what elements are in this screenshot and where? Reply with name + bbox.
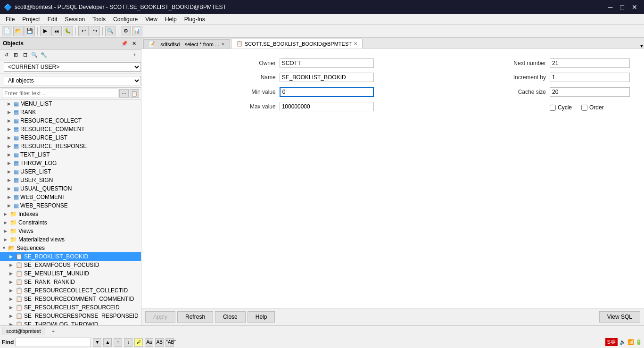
find-down-button[interactable]: ↓ bbox=[124, 338, 132, 347]
all-objects-dropdown[interactable]: All objects bbox=[4, 76, 141, 85]
tree-item-se-resourcecomment[interactable]: ▶ 📋 SE_RESOURCECOMMENT_COMMENTID bbox=[0, 295, 141, 303]
tree-item-se-resourceresponse[interactable]: ▶ 📋 SE_RESOURCERESPONSE_RESPONSEID bbox=[0, 312, 141, 320]
folder-icon: 📁 bbox=[10, 228, 17, 234]
tree-item-web-comment[interactable]: ▶ ▦ WEB_COMMENT bbox=[0, 193, 141, 201]
tree-item-se-rank[interactable]: ▶ 📋 SE_RANK_RANKID bbox=[0, 278, 141, 286]
menu-edit[interactable]: Edit bbox=[44, 15, 61, 24]
tree-arrow: ▶ bbox=[8, 186, 12, 191]
tab-sequence-close[interactable]: ✕ bbox=[354, 41, 357, 46]
menu-help[interactable]: Help bbox=[161, 15, 181, 24]
order-checkbox[interactable] bbox=[581, 105, 587, 111]
tree-item-materialized-views[interactable]: ▶ 📁 Materialized views bbox=[0, 235, 141, 244]
new-button[interactable]: 📄 bbox=[2, 26, 12, 36]
tools-btn1[interactable]: ⚙ bbox=[121, 26, 131, 36]
tree-item-se-resourcecollect[interactable]: ▶ 📋 SE_RESOURCECOLLECT_COLLECTID bbox=[0, 286, 141, 295]
current-user-dropdown[interactable]: <CURRENT USER> bbox=[4, 62, 141, 72]
menu-configure[interactable]: Configure bbox=[109, 15, 141, 24]
tab-overflow-button[interactable]: ▼ bbox=[639, 43, 644, 49]
tree-item-user-sign[interactable]: ▶ ▦ USER_SIGN bbox=[0, 176, 141, 184]
tree-item-se-booklist-bookid[interactable]: ▶ 📋 SE_BOOKLIST_BOOKID bbox=[0, 252, 141, 261]
filter-tree-button[interactable]: 🔧 bbox=[40, 50, 48, 59]
find-up-button[interactable]: ↑ bbox=[114, 338, 122, 347]
min-value-input[interactable] bbox=[280, 87, 374, 97]
find-highlight-button[interactable]: 🖊 bbox=[134, 338, 143, 347]
cycle-checkbox[interactable] bbox=[550, 105, 556, 111]
view-sql-button[interactable]: View SQL bbox=[599, 311, 640, 323]
new-item-button[interactable]: + bbox=[131, 50, 139, 59]
menu-project[interactable]: Project bbox=[18, 15, 43, 24]
tree-item-throw-log[interactable]: ▶ ▦ THROW_LOG bbox=[0, 159, 141, 167]
refresh-button[interactable]: Refresh bbox=[177, 311, 213, 323]
filter-input[interactable] bbox=[2, 89, 118, 98]
open-button[interactable]: 📂 bbox=[13, 26, 24, 36]
tree-item-indexes[interactable]: ▶ 📁 Indexes bbox=[0, 210, 141, 218]
menu-tools[interactable]: Tools bbox=[89, 15, 109, 24]
cache-size-input[interactable] bbox=[550, 87, 630, 97]
tree-item-se-menulist[interactable]: ▶ 📋 SE_MENULIST_MUNUID bbox=[0, 269, 141, 278]
help-button[interactable]: Help bbox=[248, 311, 275, 323]
filter-dots-button[interactable]: ··· bbox=[119, 89, 129, 98]
tree-container[interactable]: ▶ ▦ MENU_LIST ▶ ▦ RANK ▶ ▦ RESOURCE_COLL… bbox=[0, 99, 141, 325]
tree-arrow: ▶ bbox=[9, 288, 14, 293]
owner-input[interactable] bbox=[280, 58, 374, 68]
find-input[interactable] bbox=[16, 338, 91, 347]
step-button[interactable]: ⏭ bbox=[51, 26, 62, 36]
tree-item-resource-comment[interactable]: ▶ ▦ RESOURCE_COMMENT bbox=[0, 125, 141, 133]
tree-item-resource-list[interactable]: ▶ ▦ RESOURCE_LIST bbox=[0, 133, 141, 142]
save-button[interactable]: 💾 bbox=[25, 26, 35, 36]
refresh-tree-button[interactable]: ↺ bbox=[2, 50, 10, 59]
max-value-input[interactable] bbox=[280, 102, 374, 111]
tree-item-constraints[interactable]: ▶ 📁 Constraints bbox=[0, 218, 141, 227]
close-window-button[interactable]: ✕ bbox=[629, 2, 640, 12]
redo-button[interactable]: ↪ bbox=[90, 26, 100, 36]
tree-item-text-list[interactable]: ▶ ▦ TEXT_LIST bbox=[0, 150, 141, 159]
next-number-input[interactable] bbox=[550, 58, 630, 68]
filter-new-button[interactable]: 📋 bbox=[130, 89, 139, 98]
panel-close-button[interactable]: ✕ bbox=[130, 39, 138, 48]
search-tree-button[interactable]: 🔍 bbox=[30, 50, 39, 59]
menu-view[interactable]: View bbox=[141, 15, 161, 24]
tab-sequence[interactable]: 📋 SCOTT.SE_BOOKLIST_BOOKID@BPMTEST ✕ bbox=[231, 39, 363, 49]
find-match-case-button[interactable]: Aa bbox=[145, 338, 153, 347]
sql-tab-icon: 📝 bbox=[149, 41, 155, 47]
tab-sql[interactable]: 📝 --sdfsdfsd-- select * from ... ✕ bbox=[143, 39, 230, 49]
tree-item-usual-question[interactable]: ▶ ▦ USUAL_QUESTION bbox=[0, 184, 141, 193]
close-button[interactable]: Close bbox=[215, 311, 246, 323]
maximize-button[interactable]: □ bbox=[618, 2, 627, 12]
find-prev-button[interactable]: ▼ bbox=[93, 338, 101, 347]
menu-file[interactable]: File bbox=[2, 15, 18, 24]
minimize-button[interactable]: ─ bbox=[605, 2, 616, 12]
menu-plugins[interactable]: Plug-Ins bbox=[181, 15, 209, 24]
find-button[interactable]: 🔍 bbox=[105, 26, 116, 36]
tree-item-rank[interactable]: ▶ ▦ RANK bbox=[0, 108, 141, 116]
expand-all-button[interactable]: ⊞ bbox=[11, 50, 20, 59]
tab-sql-close[interactable]: ✕ bbox=[221, 41, 225, 47]
menu-session[interactable]: Session bbox=[61, 15, 89, 24]
apply-button[interactable]: Apply bbox=[145, 311, 175, 323]
tree-item-se-examfocus[interactable]: ▶ 📋 SE_EXAMFOCUS_FOCUSID bbox=[0, 261, 141, 269]
system-clock: 🔈 📶 🔋 bbox=[619, 339, 642, 345]
find-next-button[interactable]: ▲ bbox=[103, 338, 112, 347]
tree-item-se-resourcelist[interactable]: ▶ 📋 SE_RESOURCELIST_RESOURCEID bbox=[0, 303, 141, 312]
tree-item-resource-collect[interactable]: ▶ ▦ RESOURCE_COLLECT bbox=[0, 116, 141, 125]
tools-btn2[interactable]: 📊 bbox=[132, 26, 142, 36]
collapse-all-button[interactable]: ⊟ bbox=[21, 50, 29, 59]
find-regex-button[interactable]: "AB" bbox=[165, 338, 174, 347]
add-session-button[interactable]: + bbox=[49, 327, 58, 335]
tree-item-views[interactable]: ▶ 📁 Views bbox=[0, 227, 141, 235]
tree-item-web-response[interactable]: ▶ ▦ WEB_RESPONSE bbox=[0, 201, 141, 210]
debug-button[interactable]: 🐛 bbox=[63, 26, 73, 36]
tree-item-resource-response[interactable]: ▶ ▦ RESOURCE_RESPONSE bbox=[0, 142, 141, 150]
session-tab[interactable]: scott@bpmtest bbox=[2, 327, 45, 335]
panel-pin-button[interactable]: 📌 bbox=[120, 39, 129, 48]
tree-label: RESOURCE_RESPONSE bbox=[20, 143, 87, 149]
tree-item-user-list[interactable]: ▶ ▦ USER_LIST bbox=[0, 167, 141, 176]
name-input[interactable] bbox=[280, 73, 374, 82]
undo-button[interactable]: ↩ bbox=[78, 26, 89, 36]
run-button[interactable]: ▶ bbox=[40, 26, 50, 36]
increment-by-input[interactable] bbox=[550, 73, 630, 82]
tree-item-menu-list[interactable]: ▶ ▦ MENU_LIST bbox=[0, 99, 141, 108]
tree-item-sequences[interactable]: ▼ 📂 Sequences bbox=[0, 244, 141, 252]
tree-item-se-throwlog[interactable]: ▶ 📋 SE_THROWLOG_THROWID bbox=[0, 320, 141, 325]
find-whole-word-button[interactable]: AB bbox=[155, 338, 164, 347]
